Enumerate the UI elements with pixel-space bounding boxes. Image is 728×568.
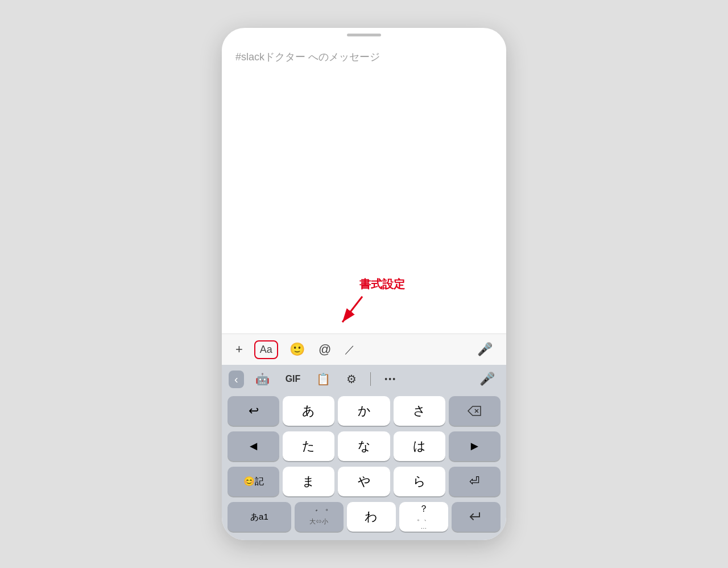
- key-row-2: ◄ た な は ►: [222, 429, 506, 464]
- key-na[interactable]: な: [338, 431, 390, 461]
- key-wa[interactable]: わ: [347, 502, 396, 532]
- key-sa[interactable]: さ: [394, 396, 445, 426]
- chevron-left-icon: ‹: [234, 373, 238, 385]
- key-lang-switch[interactable]: あa1: [228, 502, 291, 532]
- clipboard-button[interactable]: 📋: [312, 370, 335, 388]
- key-ka[interactable]: か: [338, 396, 390, 426]
- key-row-4: あa1 ゛ ゜ 大⇔小 わ ？ 。、 …: [222, 499, 506, 534]
- key-ma[interactable]: ま: [283, 467, 334, 496]
- top-notch: [347, 34, 381, 36]
- key-ha[interactable]: は: [394, 431, 445, 461]
- annotation-area: 書式設定: [222, 277, 506, 334]
- sticker-button[interactable]: 🤖: [251, 370, 274, 388]
- key-ya[interactable]: や: [338, 467, 390, 496]
- key-left[interactable]: ◄: [228, 431, 279, 461]
- message-area[interactable]: #slackドクター へのメッセージ: [222, 39, 506, 277]
- sticker-icon: 🤖: [255, 373, 270, 385]
- key-enter[interactable]: [452, 502, 500, 532]
- mention-button[interactable]: @: [316, 340, 333, 359]
- key-row-1: ↩ あ か さ: [222, 393, 506, 429]
- slash-button[interactable]: ／: [342, 340, 357, 359]
- clipboard-icon: 📋: [316, 373, 330, 385]
- key-dakuten[interactable]: ゛ ゜ 大⇔小: [295, 502, 344, 532]
- phone-frame: #slackドクター へのメッセージ 書式設定 + Aa 🙂 @ ／: [222, 28, 506, 540]
- slash-icon: ／: [345, 343, 355, 356]
- svg-line-1: [342, 297, 362, 322]
- key-emoji-rec[interactable]: 😊記: [228, 467, 279, 496]
- key-newline[interactable]: ⏎: [449, 467, 500, 496]
- plus-button[interactable]: +: [233, 340, 245, 359]
- key-a[interactable]: あ: [283, 396, 334, 426]
- message-placeholder: #slackドクター へのメッセージ: [235, 51, 380, 63]
- annotation-label: 書式設定: [359, 277, 405, 292]
- gear-icon: ⚙: [346, 373, 357, 385]
- annotation-arrow: [337, 294, 371, 330]
- emoji-icon: 🙂: [289, 342, 305, 357]
- format-button[interactable]: Aa: [254, 340, 278, 359]
- keyboard-mic-button[interactable]: 🎤: [475, 369, 499, 389]
- key-ta[interactable]: た: [283, 431, 334, 461]
- toolbar: + Aa 🙂 @ ／ 🎤: [222, 334, 506, 365]
- key-ra[interactable]: ら: [394, 467, 445, 496]
- settings-button[interactable]: ⚙: [342, 370, 361, 388]
- key-punct[interactable]: ？ 。、 …: [399, 502, 448, 532]
- top-bar: [222, 28, 506, 39]
- keyboard-area: ↩ あ か さ ◄ た な は ► 😊記 ま や ら: [222, 393, 506, 540]
- key-undo[interactable]: ↩: [228, 396, 279, 426]
- keyboard-mic-icon: 🎤: [479, 372, 495, 386]
- more-button[interactable]: •••: [380, 372, 401, 386]
- emoji-button[interactable]: 🙂: [287, 340, 307, 359]
- key-delete[interactable]: [449, 396, 500, 426]
- keyboard-back-button[interactable]: ‹: [229, 371, 244, 388]
- key-row-3: 😊記 ま や ら ⏎: [222, 464, 506, 499]
- mic-icon: 🎤: [477, 342, 493, 357]
- gif-button[interactable]: GIF: [281, 372, 305, 386]
- key-right[interactable]: ►: [449, 431, 500, 461]
- mic-button[interactable]: 🎤: [475, 340, 495, 359]
- keyboard-top-row: ‹ 🤖 GIF 📋 ⚙ ••• 🎤: [222, 365, 506, 393]
